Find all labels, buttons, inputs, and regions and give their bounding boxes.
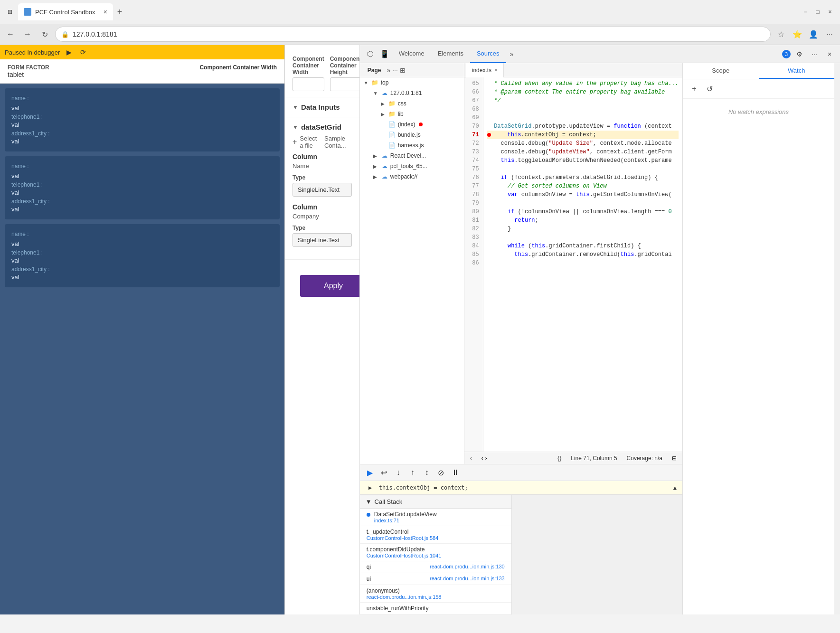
tab-sources[interactable]: Sources [470,45,506,63]
type-2-input[interactable] [293,233,352,247]
add-watch-button[interactable]: + [689,83,700,94]
more-options-icon[interactable]: ··· [808,47,821,61]
code-tab-index[interactable]: index.ts × [466,63,504,77]
code-line-69 [487,113,679,122]
field-name-label: name : [11,95,29,102]
step-over-button[interactable]: ⟳ [78,47,88,57]
settings-icon[interactable]: ⚙ [793,47,806,61]
tree-item-css[interactable]: ▶ 📁 css [360,98,464,109]
code-line-86 [487,259,679,267]
title-bar: ⊞ PCF Control Sandbox × + − □ × [0,0,840,24]
file-tree-toggle-icon[interactable]: ⊞ [400,66,406,74]
call-stack-item-1[interactable]: DataSetGrid.updateView index.ts:71 [360,509,511,526]
pcf-card-3-val-1: val [11,240,273,247]
file-tree-options-icon[interactable]: ··· [392,66,398,74]
forward-nav-icon[interactable]: › [485,455,487,462]
backward-nav-icon[interactable]: ‹ [481,455,483,462]
deactivate-breakpoints-icon[interactable]: ⊘ [435,466,447,479]
apply-section: Apply [285,260,359,312]
tree-item-bundle[interactable]: ▶ 📄 bundle.js [360,130,464,140]
tree-item-pcftools[interactable]: ▶ ☁ pcf_tools_65... [360,161,464,171]
expand-icon[interactable]: ‹ [470,455,472,462]
watch-tab[interactable]: Watch [759,63,835,79]
close-devtools-icon[interactable]: × [823,47,836,61]
close-button[interactable]: × [826,8,834,16]
refresh-watch-button[interactable]: ↺ [704,83,715,94]
file-tree-more-icon[interactable]: » [387,66,390,74]
code-tab-close-icon[interactable]: × [494,67,498,74]
refresh-button[interactable]: ↻ [38,28,51,41]
tree-item-index[interactable]: ▶ 📄 (index) [360,119,464,130]
inspect-element-icon[interactable]: ⬡ [364,47,377,61]
select-file-row[interactable]: + Select a file Sample Conta... [293,131,352,153]
pcf-card-2-row-3: address1_city : [11,198,273,205]
pcf-card-1-row-3: address1_city : [11,130,273,137]
dataset-grid-header[interactable]: ▼ dataSetGrid [293,123,352,131]
scope-tab[interactable]: Scope [683,63,759,79]
menu-icon[interactable]: ··· [823,28,836,41]
code-and-tree: Page » ··· ⊞ ▼ 📁 top [360,63,682,464]
call-stack-item-3[interactable]: t.componentDidUpdate CustomControlHostRo… [360,544,511,561]
step-over-debug-button[interactable]: ↩ [378,466,390,479]
container-height-label: Component Container Height [330,56,360,76]
tree-item-top[interactable]: ▼ 📁 top [360,77,464,88]
tree-css-label: css [398,100,406,107]
current-line-display: ▶ this.contextObj = context; ▲ [360,481,682,495]
step-into-debug-button[interactable]: ↓ [392,466,405,479]
tree-item-server[interactable]: ▼ ☁ 127.0.0.1:81 [360,88,464,98]
device-toggle-icon[interactable]: 📱 [378,47,391,61]
browser-tab[interactable]: PCF Control Sandbox × [18,3,113,20]
tree-item-harness[interactable]: ▶ 📄 harness.js [360,140,464,151]
back-button[interactable]: ← [4,28,17,41]
apply-button[interactable]: Apply [300,275,360,297]
bundle-file-icon: 📄 [388,131,396,139]
collections-icon[interactable]: ⭐ [791,28,804,41]
curly-braces-icon[interactable]: {} [557,455,561,462]
sidebar-toggle-icon[interactable]: ⊞ [6,8,14,16]
call-stack-item-5[interactable]: ui react-dom.produ...ion.min.js:133 [360,573,511,585]
call-stack-header[interactable]: ▼ Call Stack [360,495,511,509]
page-tab[interactable]: Page [364,67,385,74]
lib-folder-icon: 📁 [388,110,396,118]
resume-button[interactable]: ▶ [64,47,74,57]
data-inputs-header[interactable]: ▼ Data Inputs [293,103,352,111]
type-1-input[interactable] [293,183,352,197]
column-1-header: Column [293,153,352,161]
step-out-debug-button[interactable]: ↑ [406,466,419,479]
tree-item-webpack[interactable]: ▶ ☁ webpack:// [360,171,464,182]
call-stack-item-2[interactable]: t._updateControl CustomControlHostRoot.j… [360,526,511,544]
expand-panel-icon[interactable]: ▲ [673,484,677,491]
call-stack-item-6[interactable]: (anonymous) react-dom.produ...ion.min.js… [360,585,511,603]
tree-server-label: 127.0.0.1:81 [390,90,422,96]
account-icon[interactable]: 👤 [807,28,820,41]
form-panel: Component Container Width Component Cont… [285,45,360,614]
container-height-input[interactable] [330,77,360,91]
scope-watch-tabs: Scope Watch [683,63,834,79]
maximize-button[interactable]: □ [813,8,822,16]
address-bar: ← → ↻ 🔒 127.0.0.1:8181 ☆ ⭐ 👤 ··· [0,24,840,45]
new-tab-button[interactable]: + [113,5,126,19]
vertical-scrollbar[interactable] [834,63,840,614]
pause-on-exceptions-icon[interactable]: ⏸ [449,466,462,479]
container-width-input[interactable] [293,77,324,91]
tab-welcome[interactable]: Welcome [392,45,431,63]
favorites-icon[interactable]: ☆ [774,28,788,41]
minimize-button[interactable]: − [801,8,810,16]
tree-item-lib[interactable]: ▶ 📁 lib [360,109,464,119]
tree-item-react[interactable]: ▶ ☁ React Devel... [360,151,464,161]
call-stack-item-4[interactable]: qi react-dom.produ...ion.min.js:130 [360,561,511,573]
tab-close-button[interactable]: × [104,8,107,16]
more-tabs-button[interactable]: » [506,50,518,58]
resume-debug-button[interactable]: ▶ [364,466,376,479]
main-content: Paused in debugger ▶ ⟳ Form Factor table… [0,45,840,614]
type-2-label: Type [293,225,352,231]
forward-button[interactable]: → [21,28,34,41]
tab-elements[interactable]: Elements [431,45,470,63]
call-stack-item-7[interactable]: unstable_runWithPriority [360,603,511,614]
cs-name-1: DataSetGrid.updateView [374,511,437,518]
url-box[interactable]: 🔒 127.0.0.1:8181 [55,27,771,42]
collapse-pane-icon[interactable]: ⊟ [672,455,677,462]
column-2-header: Column [293,203,352,211]
cloud-icon: ☁ [381,89,388,97]
step-debug-button[interactable]: ↕ [421,466,433,479]
